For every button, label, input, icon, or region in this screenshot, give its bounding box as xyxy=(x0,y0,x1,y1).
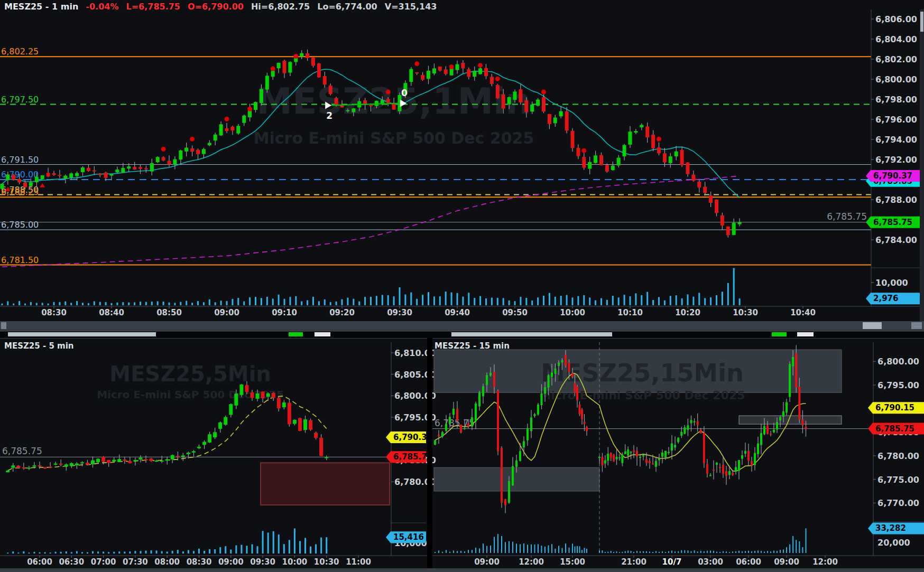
window-divider xyxy=(0,331,924,331)
chart-15min[interactable]: MESZ25,15MinMicro E-mini S&P 500 Dec 202… xyxy=(432,342,924,567)
time-axis: 06:0006:3007:0007:3008:0008:3009:0009:30… xyxy=(27,556,371,567)
price-tag: 15,416 xyxy=(386,531,426,543)
strip-white-block-2 xyxy=(797,332,814,336)
svg-text:6,790.15: 6,790.15 xyxy=(875,403,914,412)
price-tag: 6,785.75 xyxy=(866,217,924,228)
sell-dot-marker xyxy=(449,64,454,69)
signal-markers: 20 xyxy=(5,54,661,191)
hscrollbar-track-top[interactable] xyxy=(0,321,924,330)
strip-scrollbar-left[interactable] xyxy=(8,332,156,336)
svg-text:09:50: 09:50 xyxy=(502,308,528,317)
svg-text:15,416: 15,416 xyxy=(393,532,424,542)
svg-text:08:00: 08:00 xyxy=(154,557,180,567)
sell-dot-marker xyxy=(414,61,419,66)
chart-1min[interactable]: MESZ25,1MinMicro E-mini S&P 500 Dec 2025… xyxy=(0,10,924,317)
strip-scrollbar-right[interactable] xyxy=(451,332,612,336)
svg-text:6,788.00: 6,788.00 xyxy=(875,195,917,205)
strip-green-block-2 xyxy=(772,332,787,336)
svg-text:08:30: 08:30 xyxy=(41,308,67,317)
svg-text:09:30: 09:30 xyxy=(250,557,275,567)
svg-text:09:00: 09:00 xyxy=(214,308,239,317)
svg-text:09:00: 09:00 xyxy=(474,557,500,567)
hscrollbar-track-bottom[interactable] xyxy=(0,568,924,572)
svg-text:09:20: 09:20 xyxy=(329,308,355,317)
time-axis: 08:3008:4008:5009:0009:1009:2009:3009:40… xyxy=(41,306,816,317)
volume-bars xyxy=(435,528,807,553)
symbol-interval-label: MESZ25 - 1 min xyxy=(4,2,78,12)
svg-text:10/7: 10/7 xyxy=(662,557,682,567)
sell-dot-marker xyxy=(581,148,586,153)
sell-dot-marker xyxy=(271,67,275,71)
svg-text:0: 0 xyxy=(401,88,408,98)
bottom-windows-top-border xyxy=(0,338,924,339)
svg-text:10:40: 10:40 xyxy=(790,308,816,317)
price-tag: 6,790.37 xyxy=(866,170,924,182)
svg-text:08:50: 08:50 xyxy=(156,308,182,317)
price-tag: 6,785.75 xyxy=(868,423,924,435)
sell-dot-marker xyxy=(190,137,195,142)
svg-text:6,796.00: 6,796.00 xyxy=(875,115,917,125)
time-axis: 09:0012:0015:0021:0010/703:0006:0009:001… xyxy=(474,556,838,567)
svg-text:6,785.75: 6,785.75 xyxy=(827,211,867,222)
chart-header-15min: MESZ25 - 15 min xyxy=(435,341,510,351)
svg-text:12:00: 12:00 xyxy=(812,557,838,567)
svg-text:12:00: 12:00 xyxy=(519,557,544,567)
price-tag: 33,282 xyxy=(868,522,924,534)
percent-change: -0.04% xyxy=(86,2,118,12)
axis-tags: 6,790.156,785.7533,282 xyxy=(868,402,924,534)
svg-text:2,976: 2,976 xyxy=(873,294,898,303)
svg-text:6,806.00: 6,806.00 xyxy=(875,14,917,24)
open-price-readout: O=6,790.00 xyxy=(188,2,244,12)
trading-workspace: MESZ25,1MinMicro E-mini S&P 500 Dec 2025… xyxy=(0,0,924,572)
strip-white-block-1 xyxy=(315,332,330,336)
svg-text:6,794.00: 6,794.00 xyxy=(875,135,917,145)
svg-text:2: 2 xyxy=(326,110,332,121)
drawn-rectangle[interactable] xyxy=(261,463,390,505)
bottom-windows-gap xyxy=(427,338,432,572)
sell-dot-marker xyxy=(293,54,298,59)
svg-text:03:00: 03:00 xyxy=(698,557,723,567)
svg-text:10:30: 10:30 xyxy=(314,557,339,567)
hscrollbar-left-button[interactable] xyxy=(1,322,6,329)
svg-text:07:00: 07:00 xyxy=(91,557,116,567)
sell-dot-marker xyxy=(541,90,546,95)
svg-text:09:00: 09:00 xyxy=(774,557,799,567)
price-tag: 6,790.34 xyxy=(386,432,432,443)
svg-text:06:00: 06:00 xyxy=(27,557,52,567)
svg-text:10:00: 10:00 xyxy=(560,308,585,317)
price-tag: 6,785.75 xyxy=(386,451,432,463)
hscrollbar-thumb-top[interactable] xyxy=(863,322,882,329)
svg-text:6,785.75: 6,785.75 xyxy=(393,452,432,462)
svg-text:6,800.00: 6,800.00 xyxy=(877,357,919,367)
svg-text:6,798.00: 6,798.00 xyxy=(875,95,917,105)
svg-text:15:00: 15:00 xyxy=(560,557,585,567)
svg-text:08:40: 08:40 xyxy=(99,308,124,317)
svg-text:6,784.00: 6,784.00 xyxy=(875,235,917,245)
charts-canvas[interactable]: MESZ25,1MinMicro E-mini S&P 500 Dec 2025… xyxy=(0,0,924,572)
vwap-line xyxy=(2,176,740,267)
price-levels: 6,785.75 xyxy=(0,446,391,457)
price-axis: 6,806.006,804.006,802.006,800.006,798.00… xyxy=(0,10,924,306)
svg-text:09:40: 09:40 xyxy=(445,308,470,317)
price-levels: 6,802.256,797.506,791.506,790.006,788.50… xyxy=(0,46,871,265)
hscrollbar-right-button[interactable] xyxy=(911,322,922,329)
svg-text:21:00: 21:00 xyxy=(621,557,646,567)
svg-text:6,790.34: 6,790.34 xyxy=(393,433,432,442)
buy-triangle-marker xyxy=(40,183,45,187)
svg-text:10:20: 10:20 xyxy=(675,308,700,317)
vscrollbar-track-top[interactable] xyxy=(920,10,924,321)
volume-bars xyxy=(1,268,740,305)
sell-dot-marker xyxy=(495,77,500,81)
vscrollbar-thumb-top[interactable] xyxy=(920,12,923,32)
svg-text:6,790.37: 6,790.37 xyxy=(873,171,912,181)
svg-text:6,797.50: 6,797.50 xyxy=(1,95,39,105)
svg-text:10:30: 10:30 xyxy=(733,308,758,317)
volume-readout: V=315,143 xyxy=(385,2,437,12)
svg-text:06:00: 06:00 xyxy=(736,557,761,567)
sell-dot-marker xyxy=(386,90,391,95)
price-tag: 6,790.15 xyxy=(868,402,924,414)
sell-dot-marker xyxy=(161,147,166,152)
svg-text:6,795.00: 6,795.00 xyxy=(877,380,919,390)
svg-text:6,802.25: 6,802.25 xyxy=(1,46,39,57)
chart-5min[interactable]: MESZ25,5MinMicro E-mini S&P 500 Dec 2025… xyxy=(0,342,436,567)
